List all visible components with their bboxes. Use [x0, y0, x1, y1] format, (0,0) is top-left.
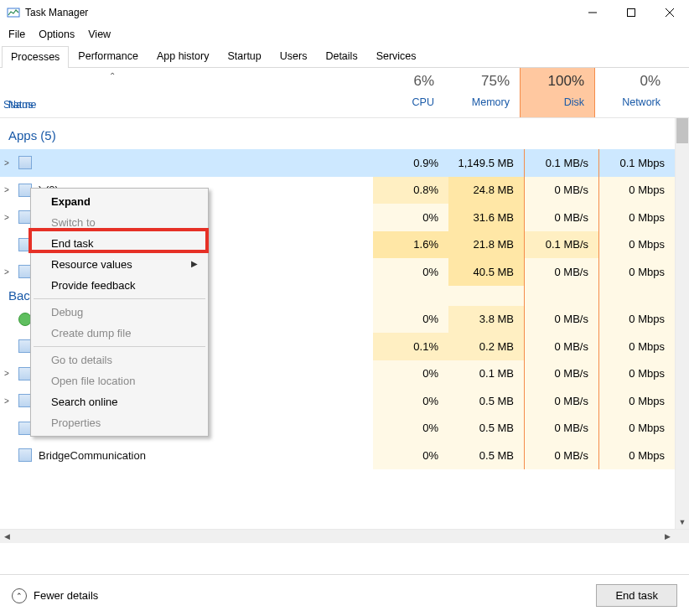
- ctx-separator: [34, 298, 205, 299]
- menu-options[interactable]: Options: [34, 27, 83, 42]
- tab-app-history[interactable]: App history: [148, 45, 219, 67]
- process-row[interactable]: BridgeCommunication 0% 0.5 MB 0 MB/s 0 M…: [0, 442, 675, 469]
- menu-file[interactable]: File: [3, 27, 34, 42]
- col-name[interactable]: ⌃ Name: [0, 68, 260, 117]
- tab-performance[interactable]: Performance: [69, 45, 148, 67]
- ctx-separator: [34, 346, 205, 347]
- group-apps[interactable]: Apps (5): [0, 118, 675, 149]
- menubar: File Options View: [0, 25, 689, 45]
- col-disk[interactable]: 100% Disk: [520, 68, 595, 117]
- close-button[interactable]: [650, 0, 689, 25]
- col-cpu[interactable]: 6% CPU: [369, 68, 444, 117]
- ctx-provide-feedback[interactable]: Provide feedback: [33, 275, 206, 296]
- column-headers: ⌃ Name Status 6% CPU 75% Memory 100% Dis…: [0, 68, 689, 118]
- ctx-resource-values[interactable]: Resource values ▶: [33, 254, 206, 275]
- expand-icon[interactable]: >: [0, 213, 13, 222]
- footer: ⌃ Fewer details End task: [0, 574, 689, 616]
- tab-users[interactable]: Users: [271, 45, 317, 67]
- ctx-open-file-location: Open file location: [33, 370, 206, 391]
- maximize-button[interactable]: [612, 0, 650, 25]
- scroll-down-icon[interactable]: ▼: [676, 515, 689, 529]
- tab-processes[interactable]: Processes: [2, 46, 69, 68]
- context-menu: Expand Switch to End task Resource value…: [30, 188, 209, 437]
- scrollbar-thumb[interactable]: [676, 118, 688, 143]
- col-memory[interactable]: 75% Memory: [444, 68, 520, 117]
- expand-icon[interactable]: >: [0, 185, 13, 194]
- expand-icon[interactable]: >: [0, 158, 13, 168]
- process-row[interactable]: > 0.9% 1,149.5 MB 0.1 MB/s 0.1 Mbps: [0, 149, 675, 177]
- ctx-end-task[interactable]: End task: [33, 233, 206, 254]
- expand-icon[interactable]: >: [0, 267, 13, 277]
- ctx-search-online[interactable]: Search online: [33, 391, 206, 412]
- ctx-go-to-details: Go to details: [33, 349, 206, 370]
- tabs: Processes Performance App history Startu…: [0, 45, 689, 68]
- vertical-scrollbar[interactable]: ▲ ▼: [675, 118, 689, 529]
- sort-arrow-icon: ⌃: [109, 71, 116, 80]
- process-icon: [18, 448, 32, 462]
- expand-icon[interactable]: >: [0, 369, 13, 378]
- ctx-debug: Debug: [33, 302, 206, 323]
- app-icon: [7, 6, 20, 19]
- submenu-arrow-icon: ▶: [191, 259, 198, 268]
- col-network[interactable]: 0% Network: [595, 68, 671, 117]
- ctx-expand[interactable]: Expand: [33, 191, 206, 212]
- fewer-details-button[interactable]: ⌃ Fewer details: [12, 588, 98, 603]
- ctx-create-dump: Create dump file: [33, 323, 206, 344]
- col-status[interactable]: Status: [260, 68, 369, 117]
- ctx-properties: Properties: [33, 412, 206, 433]
- ctx-switch-to: Switch to: [33, 212, 206, 233]
- tab-details[interactable]: Details: [316, 45, 366, 67]
- process-icon: [18, 156, 32, 169]
- end-task-button[interactable]: End task: [596, 584, 677, 607]
- window-title: Task Manager: [25, 7, 573, 18]
- scroll-left-icon[interactable]: ◀: [0, 530, 14, 543]
- horizontal-scrollbar[interactable]: ◀ ▶: [0, 529, 689, 543]
- svg-rect-2: [628, 9, 635, 17]
- titlebar: Task Manager: [0, 0, 689, 25]
- scroll-right-icon[interactable]: ▶: [661, 530, 675, 543]
- menu-view[interactable]: View: [83, 27, 119, 42]
- chevron-up-icon: ⌃: [12, 588, 27, 603]
- tab-startup[interactable]: Startup: [218, 45, 270, 67]
- svg-rect-0: [8, 8, 19, 17]
- tab-services[interactable]: Services: [367, 45, 426, 67]
- expand-icon[interactable]: >: [0, 396, 13, 406]
- minimize-button[interactable]: [573, 0, 612, 25]
